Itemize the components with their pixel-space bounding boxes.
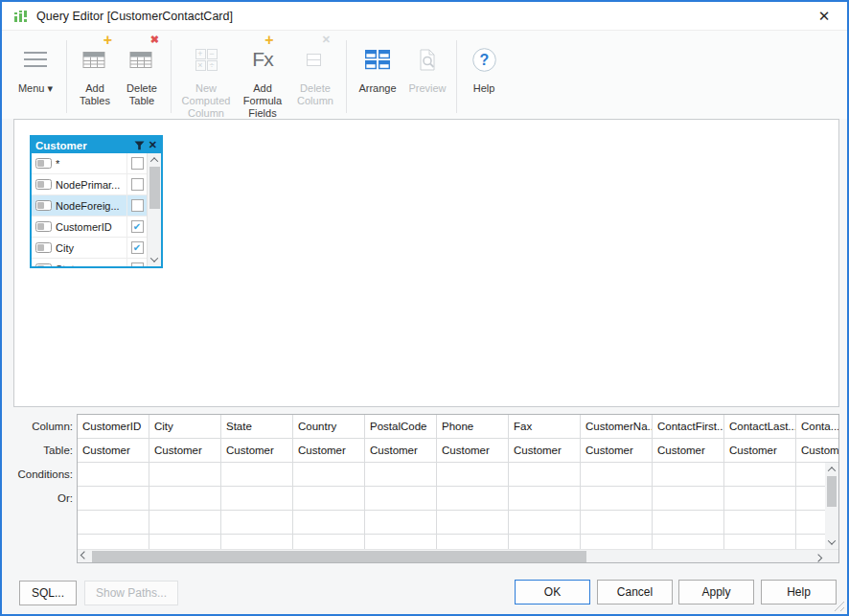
grid-cell[interactable] bbox=[796, 463, 825, 487]
menu-button[interactable]: Menu ▾ bbox=[10, 34, 61, 95]
arrange-button[interactable]: Arrange bbox=[352, 34, 403, 95]
field-checkbox[interactable] bbox=[131, 199, 144, 212]
grid-cell[interactable]: Customer bbox=[221, 439, 293, 463]
grid-cell[interactable] bbox=[365, 463, 437, 487]
grid-cell[interactable] bbox=[581, 511, 653, 535]
field-row[interactable]: City bbox=[32, 238, 147, 259]
grid-cell[interactable]: Country bbox=[293, 415, 365, 439]
scroll-down-arrow[interactable] bbox=[825, 536, 838, 549]
scroll-up-arrow[interactable] bbox=[825, 463, 838, 476]
grid-cell[interactable] bbox=[581, 535, 653, 549]
grid-cell[interactable]: CustomerNa... bbox=[581, 415, 653, 439]
grid-cell[interactable] bbox=[149, 487, 221, 511]
grid-cell[interactable] bbox=[653, 463, 724, 487]
grid-cell[interactable] bbox=[724, 463, 796, 487]
grid-cell[interactable] bbox=[724, 511, 796, 535]
grid-cell[interactable] bbox=[653, 511, 724, 535]
grid-horizontal-scrollbar[interactable] bbox=[78, 550, 825, 562]
grid-cell[interactable] bbox=[509, 463, 581, 487]
help-button[interactable]: Help bbox=[761, 580, 837, 605]
grid-cell[interactable] bbox=[437, 487, 509, 511]
grid-cell[interactable] bbox=[653, 535, 724, 549]
grid-cell[interactable] bbox=[509, 487, 581, 511]
panel-scrollbar[interactable] bbox=[147, 153, 161, 266]
grid-cell[interactable]: Customer bbox=[365, 439, 437, 463]
grid-cell[interactable] bbox=[581, 463, 653, 487]
grid-cell[interactable]: Customer bbox=[653, 439, 724, 463]
grid-cell[interactable]: Customer bbox=[437, 439, 509, 463]
table-card-customer[interactable]: Customer ✕ * NodePrimar... bbox=[30, 135, 163, 268]
grid-cell[interactable]: City bbox=[149, 415, 221, 439]
help-toolbar-button[interactable]: ? Help bbox=[462, 34, 506, 95]
sql-button[interactable]: SQL... bbox=[19, 581, 77, 605]
grid-cell[interactable] bbox=[221, 511, 293, 535]
grid-cell[interactable]: PostalCode bbox=[365, 415, 437, 439]
field-checkbox[interactable] bbox=[131, 178, 144, 191]
filter-icon[interactable] bbox=[134, 141, 145, 150]
grid-cell[interactable] bbox=[724, 535, 796, 549]
grid-cell[interactable]: Customer bbox=[149, 439, 221, 463]
grid-cell[interactable] bbox=[437, 463, 509, 487]
field-row[interactable]: * bbox=[32, 153, 147, 174]
cancel-button[interactable]: Cancel bbox=[597, 580, 673, 605]
grid-cell[interactable] bbox=[78, 511, 149, 535]
grid-cell[interactable] bbox=[796, 487, 825, 511]
grid-cell[interactable] bbox=[796, 535, 825, 549]
grid-vertical-scrollbar[interactable] bbox=[825, 463, 838, 549]
grid-cell[interactable] bbox=[724, 487, 796, 511]
grid-cell[interactable]: Conta... bbox=[796, 415, 838, 439]
grid-cell[interactable]: Customer bbox=[796, 439, 838, 463]
grid-cell[interactable] bbox=[78, 535, 149, 549]
grid-cell[interactable]: Fax bbox=[509, 415, 581, 439]
grid-cell[interactable] bbox=[365, 487, 437, 511]
scrollbar-thumb[interactable] bbox=[149, 167, 160, 209]
scroll-right-arrow[interactable] bbox=[812, 550, 825, 563]
grid-cell[interactable] bbox=[221, 463, 293, 487]
table-card-header[interactable]: Customer ✕ bbox=[32, 137, 161, 153]
field-row[interactable]: NodeForeig... bbox=[32, 195, 147, 217]
grid-cell[interactable] bbox=[149, 463, 221, 487]
grid-cell[interactable] bbox=[293, 487, 365, 511]
close-window-button[interactable]: ✕ bbox=[814, 7, 835, 26]
query-design-canvas[interactable]: Customer ✕ * NodePrimar... bbox=[13, 119, 839, 407]
grid-cell[interactable] bbox=[509, 535, 581, 549]
grid-cell[interactable] bbox=[653, 487, 724, 511]
grid-cell[interactable] bbox=[78, 487, 149, 511]
grid-cell[interactable] bbox=[581, 487, 653, 511]
field-row[interactable]: NodePrimar... bbox=[32, 174, 147, 195]
field-checkbox[interactable] bbox=[131, 241, 144, 254]
grid-cell[interactable] bbox=[796, 511, 825, 535]
grid-cell[interactable] bbox=[365, 535, 437, 549]
grid-cell[interactable]: Customer bbox=[724, 439, 796, 463]
field-checkbox[interactable] bbox=[131, 157, 144, 170]
grid-cell[interactable] bbox=[149, 511, 221, 535]
grid-cell[interactable]: Phone bbox=[437, 415, 509, 439]
scroll-down-arrow[interactable] bbox=[148, 253, 161, 266]
grid-cell[interactable]: ContactFirst... bbox=[653, 415, 724, 439]
grid-cell[interactable] bbox=[437, 511, 509, 535]
grid-cell[interactable] bbox=[293, 463, 365, 487]
close-table-icon[interactable]: ✕ bbox=[149, 140, 157, 150]
grid-cell[interactable]: Customer bbox=[581, 439, 653, 463]
scroll-left-arrow[interactable] bbox=[78, 550, 91, 563]
grid-cell[interactable]: State bbox=[221, 415, 293, 439]
scrollbar-thumb[interactable] bbox=[827, 476, 837, 507]
grid-cell[interactable]: ContactLast... bbox=[724, 415, 796, 439]
grid-cell[interactable] bbox=[509, 511, 581, 535]
grid-cell[interactable] bbox=[365, 511, 437, 535]
grid-cell[interactable] bbox=[78, 463, 149, 487]
grid-cell[interactable] bbox=[221, 487, 293, 511]
apply-button[interactable]: Apply bbox=[678, 580, 754, 605]
grid-cell[interactable] bbox=[437, 535, 509, 549]
grid-cell[interactable]: Customer bbox=[78, 439, 149, 463]
scrollbar-thumb[interactable] bbox=[92, 551, 586, 562]
grid-cell[interactable] bbox=[293, 535, 365, 549]
field-row[interactable]: State bbox=[32, 259, 147, 266]
grid-cell[interactable]: Customer bbox=[293, 439, 365, 463]
ok-button[interactable]: OK bbox=[515, 580, 590, 605]
field-row[interactable]: CustomerID bbox=[32, 217, 147, 238]
field-checkbox[interactable] bbox=[131, 220, 144, 233]
grid-cell[interactable] bbox=[149, 535, 221, 549]
add-formula-fields-button[interactable]: Fx + Add Formula Fields bbox=[236, 34, 289, 120]
grid-cell[interactable]: Customer bbox=[509, 439, 581, 463]
